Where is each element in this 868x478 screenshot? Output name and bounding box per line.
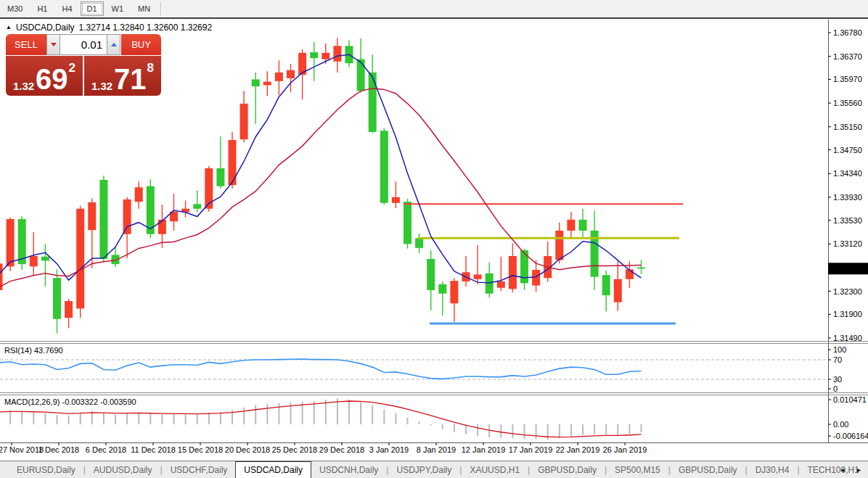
date-axis-label: 15 Dec 2018 xyxy=(178,445,223,454)
macd-indicator-label: MACD(12,26,9) -0.003322 -0.003590 xyxy=(4,397,136,406)
macd-histogram-bar xyxy=(314,401,315,424)
date-axis-label: 3 Jan 2019 xyxy=(369,445,409,454)
candle-body-down xyxy=(438,284,446,294)
candle-body-down xyxy=(357,59,365,91)
price-axis-label: 1.31490 xyxy=(833,334,862,342)
candle-body-up xyxy=(497,281,505,288)
macd-histogram-bar xyxy=(57,415,58,424)
buy-price-panel[interactable]: 1.32 71 8 xyxy=(84,56,161,96)
macd-histogram-bar xyxy=(617,424,618,435)
candle-body-up xyxy=(88,202,96,230)
candle-body-up xyxy=(333,46,341,61)
macd-histogram-bar xyxy=(407,417,409,424)
candle-body-up xyxy=(158,220,166,234)
volume-input[interactable]: 0.01 xyxy=(60,34,107,55)
macd-histogram-bar xyxy=(559,424,560,438)
candle-body-up xyxy=(474,274,482,279)
macd-histogram-bar xyxy=(33,413,34,424)
macd-histogram-bar xyxy=(348,400,350,424)
candle-body-up xyxy=(76,209,84,309)
date-axis-label: 11 Dec 2018 xyxy=(131,445,176,454)
candle-body-down xyxy=(18,219,26,264)
macd-histogram-bar xyxy=(266,404,268,424)
candle-body-up xyxy=(509,256,517,289)
macd-histogram-bar xyxy=(524,424,525,439)
macd-histogram-bar xyxy=(512,424,513,438)
macd-signal-line xyxy=(0,401,642,437)
macd-histogram-bar xyxy=(337,398,338,424)
candle-body-up xyxy=(392,197,400,203)
sell-button[interactable]: SELL xyxy=(6,34,46,55)
macd-histogram-bar xyxy=(536,424,537,439)
volume-decrease-button[interactable] xyxy=(46,34,60,55)
candle-body-down xyxy=(579,220,587,231)
candle-body-down xyxy=(427,259,435,290)
macd-histogram-bar xyxy=(641,424,642,432)
macd-histogram-bar xyxy=(372,405,373,424)
candle-body-down xyxy=(41,257,49,261)
macd-histogram-bar xyxy=(605,424,607,434)
macd-histogram-bar xyxy=(570,424,572,436)
candle-body-down xyxy=(415,238,423,248)
price-axis-label: 1.33530 xyxy=(833,216,862,225)
candle-body-up xyxy=(205,168,213,209)
arrow-down-icon xyxy=(51,43,57,46)
candle-body-up xyxy=(123,199,131,234)
date-axis-label: 6 Dec 2018 xyxy=(86,445,126,454)
sell-price-panel[interactable]: 1.32 69 2 xyxy=(6,56,83,96)
current-price-label: 1.32692 xyxy=(832,264,861,273)
price-axis-label: 1.35150 xyxy=(833,123,862,131)
macd-histogram-bar xyxy=(419,421,420,424)
volume-increase-button[interactable] xyxy=(107,34,120,55)
macd-histogram-bar xyxy=(103,413,105,424)
candle-body-down xyxy=(404,202,412,244)
rsi-indicator-label: RSI(14) 43.7690 xyxy=(4,346,63,355)
macd-histogram-bar xyxy=(454,424,455,432)
macd-axis-label: 0.010471 xyxy=(833,395,867,404)
chart-symbol-label: USDCAD,Daily xyxy=(16,22,75,33)
sell-price-big: 69 xyxy=(36,67,68,91)
price-axis-label: 1.33930 xyxy=(833,193,862,202)
candle-body-down xyxy=(637,268,645,269)
macd-histogram-bar xyxy=(395,413,396,424)
macd-histogram-bar xyxy=(255,405,256,424)
candle-body-down xyxy=(99,180,107,259)
macd-histogram-bar xyxy=(138,413,139,424)
macd-histogram-bar xyxy=(278,403,279,424)
date-axis-label: 1 Dec 2018 xyxy=(38,445,79,454)
trading-platform-window: M30H1H4D1W1MN 1.367801.363701.359701.355… xyxy=(0,0,868,478)
macd-histogram-bar xyxy=(9,411,11,424)
date-axis-label: 29 Dec 2018 xyxy=(319,445,364,454)
macd-histogram-bar xyxy=(430,424,432,426)
price-axis-label: 1.33120 xyxy=(833,239,862,248)
candle-body-up xyxy=(555,231,563,260)
chart-title: ▲ USDCAD,Daily 1.32714 1.32840 1.32600 1… xyxy=(6,22,212,33)
price-axis-label: 1.36370 xyxy=(833,52,862,61)
collapse-arrow-icon[interactable]: ▲ xyxy=(6,24,12,30)
sell-price-prefix: 1.32 xyxy=(13,81,34,91)
macd-histogram-bar xyxy=(161,414,163,424)
buy-button[interactable]: BUY xyxy=(121,34,161,55)
candle-body-up xyxy=(322,53,329,59)
macd-histogram-bar xyxy=(80,413,81,424)
candle-body-up xyxy=(65,301,73,318)
buy-price-prefix: 1.32 xyxy=(91,81,112,91)
candle-body-up xyxy=(450,281,458,303)
candle-body-down xyxy=(252,79,260,86)
price-axis-label: 1.35970 xyxy=(833,75,862,83)
buy-price-sup: 8 xyxy=(147,62,154,74)
candle-body-up xyxy=(287,70,295,78)
price-axis-label: 1.35560 xyxy=(833,99,862,107)
date-axis-label: 27 Nov 2018 xyxy=(0,445,44,454)
macd-histogram-bar xyxy=(44,413,46,424)
buy-price-big: 71 xyxy=(114,67,147,91)
candle-body-up xyxy=(567,220,575,231)
macd-histogram-bar xyxy=(68,416,70,424)
macd-histogram-bar xyxy=(383,410,385,424)
macd-histogram-bar xyxy=(442,424,443,429)
candle-body-down xyxy=(310,52,318,58)
candle-body-up xyxy=(30,256,38,266)
candle-body-down xyxy=(53,278,61,319)
macd-histogram-bar xyxy=(115,414,116,424)
price-axis-label: 1.31900 xyxy=(833,310,862,318)
